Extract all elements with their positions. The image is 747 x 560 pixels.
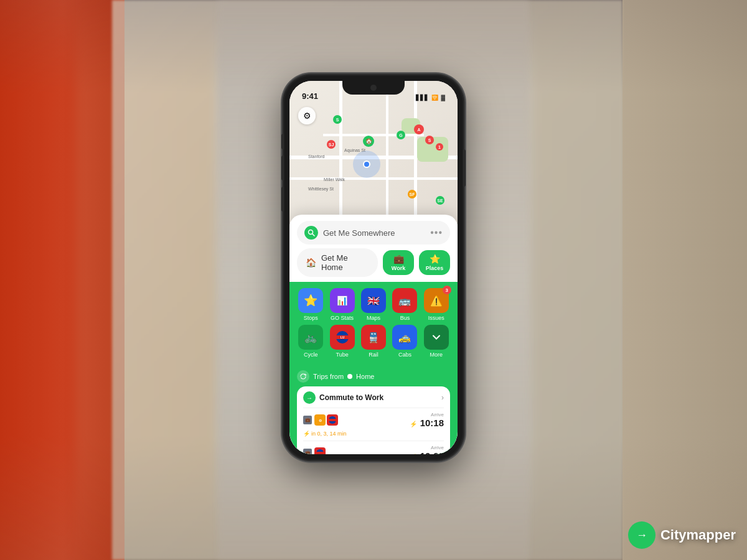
svg-point-0: [309, 230, 313, 235]
trip-card: → Commute to Work › 💼: [297, 386, 450, 454]
rail-label: Rail: [369, 352, 378, 358]
volume-up-button: [281, 156, 284, 180]
issues-icon: ⚠️: [430, 295, 443, 307]
trips-location-label: Home: [356, 373, 374, 380]
map-label-whittlesey: Whittlesey St: [308, 187, 334, 191]
trip-arrive-2: Arrive ⚡ 10:22: [410, 445, 444, 454]
work-button[interactable]: 💼 Work: [383, 250, 414, 275]
trips-header: Trips from Home: [297, 368, 450, 386]
refresh-icon: [299, 373, 307, 380]
phone-frame: 9:41 ▋▋▋ 🛜 ▓: [283, 75, 464, 460]
go-stats-icon: 📊: [337, 296, 347, 306]
map-label-miller: Miller Walk: [324, 177, 345, 182]
commute-title: Commute to Work: [319, 393, 438, 402]
cabs-button[interactable]: 🚕 Cabs: [391, 325, 418, 358]
wifi-icon: 🛜: [431, 95, 438, 101]
time-value-1: 10:18: [420, 418, 444, 428]
more-icon-box: [424, 325, 449, 350]
trip-row-2[interactable]: 💼 Arrive: [303, 445, 444, 454]
map-home-pin: 🏠: [363, 136, 374, 147]
tube-trip-icon-2: [314, 447, 326, 454]
cycle-icon: 🚲: [304, 332, 317, 343]
cycle-button[interactable]: 🚲 Cycle: [297, 325, 324, 358]
gear-icon: ⚙: [303, 111, 311, 121]
arrive-time-2: ⚡ 10:22: [410, 450, 444, 454]
trips-header-text: Trips from: [313, 373, 344, 380]
trip-chevron-icon: ›: [441, 393, 444, 402]
get-home-button[interactable]: 🏠 Get Me Home: [297, 248, 378, 277]
stops-button[interactable]: ⭐ Stops: [297, 288, 324, 321]
map-road: [323, 134, 424, 136]
power-button: [463, 149, 466, 187]
trip-transport-icons-2: [314, 447, 326, 454]
briefcase-icon: 💼: [303, 416, 312, 424]
trip-divider: [303, 441, 444, 441]
more-dots[interactable]: •••: [430, 227, 443, 238]
stops-icon-box: ⭐: [298, 288, 323, 313]
search-icon-circle: [304, 226, 318, 240]
trip-card-header[interactable]: → Commute to Work ›: [303, 391, 444, 408]
maps-button[interactable]: 🇬🇧 Maps: [360, 288, 387, 321]
search-bar[interactable]: Get Me Somewhere •••: [297, 221, 450, 245]
trips-section: Trips from Home → Commute to Work ›: [289, 368, 458, 454]
notch: [342, 81, 405, 95]
station-right: [622, 0, 747, 560]
depart-text-1: in 0, 3, 14 min: [311, 431, 347, 437]
camera: [370, 85, 377, 91]
map-pin-red: S: [425, 136, 434, 144]
arrive-time-1: ⚡ 10:18: [410, 418, 444, 428]
briefcase-icon-2: 💼: [303, 449, 312, 454]
issues-button[interactable]: ⚠️ 3 Issues: [423, 288, 450, 321]
svg-line-1: [312, 234, 314, 236]
citymapper-name: Citymapper: [660, 527, 736, 543]
location-dot: [363, 161, 370, 168]
trips-refresh-icon: [297, 370, 309, 383]
bus-label: Bus: [400, 315, 410, 321]
go-stats-button[interactable]: 📊 GO Stats: [328, 288, 355, 321]
search-text: Get Me Somewhere: [323, 228, 425, 238]
home-row: 🏠 Get Me Home 💼 Work ⭐ Places: [297, 248, 450, 277]
citymapper-logo: →: [628, 521, 655, 549]
signal-icon: ▋▋▋: [416, 95, 429, 101]
places-button[interactable]: ⭐ Places: [419, 250, 450, 275]
map-pin-bus: 1: [436, 143, 443, 151]
more-chevron-icon: [430, 331, 443, 343]
bus-button[interactable]: 🚌 Bus: [391, 288, 418, 321]
rail-icon-box: 🚆: [361, 325, 386, 350]
maps-icon-box: 🇬🇧: [361, 288, 386, 313]
citymapper-arrow-icon: →: [636, 529, 647, 542]
cycle-icon-box: 🚲: [298, 325, 323, 350]
mute-button: [281, 134, 284, 149]
phone-mockup: 9:41 ▋▋▋ 🛜 ▓: [274, 68, 473, 492]
more-label: More: [430, 352, 443, 358]
issues-icon-box: ⚠️ 3: [424, 288, 449, 313]
rail-icon: 🚆: [367, 332, 380, 343]
trip-row-1[interactable]: 💼 ⊖: [303, 412, 444, 428]
map-pin-sj: SJ: [327, 140, 336, 149]
tube-trip-svg-2: [316, 449, 324, 454]
train-red: [0, 0, 125, 560]
cabs-icon: 🚕: [398, 332, 411, 343]
map-pin-sf: SF: [408, 190, 416, 198]
tube-button[interactable]: LU Tube: [328, 325, 355, 358]
places-icon: ⭐: [430, 254, 440, 264]
bottom-panel: Get Me Somewhere ••• 🏠 Get Me Home 💼 Wor…: [289, 215, 458, 454]
bolt-icon-2: ⚡: [410, 454, 417, 454]
overground-svg: ⊖: [316, 416, 324, 424]
arrive-label-1: Arrive: [410, 412, 444, 418]
grid-row-2: 🚲 Cycle LU: [297, 325, 450, 358]
tube-label: Tube: [336, 352, 349, 358]
cabs-icon-box: 🚕: [392, 325, 417, 350]
phone-screen: 9:41 ▋▋▋ 🛜 ▓: [289, 81, 458, 454]
svg-rect-8: [329, 419, 336, 421]
maps-label: Maps: [367, 315, 380, 321]
more-button[interactable]: More: [423, 325, 450, 358]
cycle-label: Cycle: [304, 352, 318, 358]
time-value-2: 10:22: [420, 450, 444, 454]
grid-row-1: ⭐ Stops 📊 GO Stats 🇬🇧: [297, 288, 450, 321]
settings-button[interactable]: ⚙: [298, 107, 316, 124]
work-icon: 💼: [393, 254, 404, 264]
map-pin-red: A: [414, 124, 424, 134]
stops-icon: ⭐: [304, 294, 317, 307]
rail-button[interactable]: 🚆 Rail: [360, 325, 387, 358]
